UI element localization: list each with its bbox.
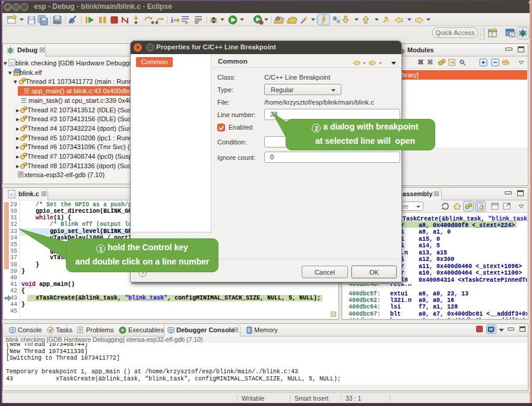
svg-text:c: c [10,192,13,198]
svg-text:010: 010 [54,20,61,24]
svg-text:c: c [10,61,13,67]
svg-text:i: i [171,16,173,24]
svg-text:C: C [511,33,514,37]
